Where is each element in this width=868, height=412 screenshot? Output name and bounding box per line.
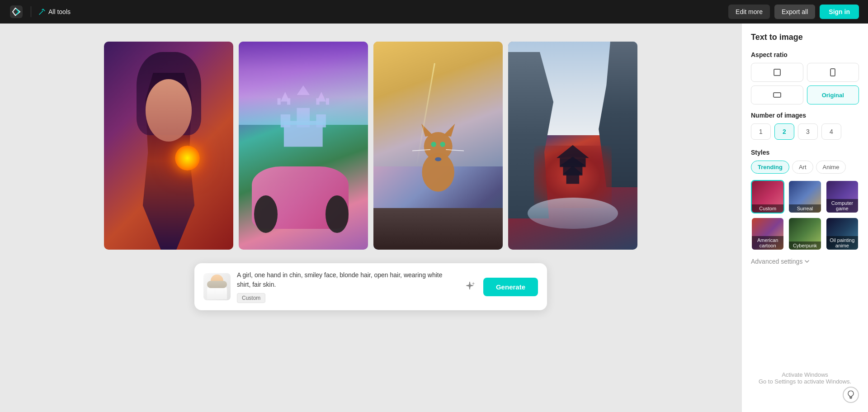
svg-point-17 [431, 142, 436, 147]
sparkle-icon [463, 280, 476, 293]
topnav: All tools Edit more Export all Sign in [0, 0, 868, 24]
svg-point-14 [424, 132, 453, 161]
thumb-inner [203, 273, 231, 300]
aspect-landscape-button[interactable] [751, 85, 803, 104]
image-card-1[interactable] [104, 42, 233, 250]
prompt-text: A girl, one hand in chin, smiley face, b… [237, 270, 454, 289]
image-inner-3 [373, 42, 503, 250]
aspect-square-button[interactable] [751, 63, 803, 82]
style-label-surreal: Surreal [789, 204, 821, 213]
style-card-oil-painting-anime[interactable]: Oil painting anime [826, 217, 859, 251]
num-images-label: Number of images [751, 112, 859, 119]
prompt-custom-tag[interactable]: Custom [237, 293, 265, 303]
svg-marker-25 [557, 145, 589, 158]
right-panel: Text to image Aspect ratio [741, 24, 868, 412]
svg-point-21 [435, 157, 441, 161]
chevron-down-icon [804, 259, 810, 264]
topnav-right: Edit more Export all Sign in [728, 5, 859, 19]
generate-button[interactable]: Generate [483, 278, 538, 296]
aspect-ratio-label: Aspect ratio [751, 51, 859, 58]
cat [412, 94, 464, 218]
thumb-person [206, 275, 228, 299]
advanced-settings-label: Advanced settings [751, 258, 802, 265]
activate-line2: Go to Settings to activate Windows. [742, 378, 868, 385]
face [146, 79, 192, 142]
num-3-button[interactable]: 3 [798, 123, 818, 140]
main-area: A girl, one hand in chin, smiley face, b… [0, 24, 868, 412]
magic-wand-icon [38, 8, 46, 15]
style-label-oil-painting-anime: Oil painting anime [826, 236, 858, 250]
style-card-cyberpunk[interactable]: Cyberpunk [788, 217, 821, 251]
river-mist [528, 198, 618, 229]
landscape-icon [773, 90, 782, 99]
style-label-american-cartoon: American cartoon [752, 236, 783, 250]
style-tab-art[interactable]: Art [792, 161, 813, 174]
prompt-content: A girl, one hand in chin, smiley face, b… [237, 270, 454, 303]
all-tools-label: All tools [48, 8, 71, 15]
image-inner-4 [508, 42, 637, 250]
prompt-thumbnail [203, 273, 231, 300]
car-wheel-left [254, 195, 277, 233]
num-images-group: 1 2 3 4 [751, 123, 859, 140]
svg-point-18 [440, 142, 445, 147]
aspect-ratio-grid: Original [751, 63, 859, 104]
thumb-hair [207, 281, 227, 288]
portrait-icon [828, 68, 837, 77]
topnav-left: All tools [9, 5, 71, 19]
style-grid: Custom Surreal Computer game American ca… [751, 180, 859, 251]
sky [239, 42, 368, 125]
image-inner-2 [239, 42, 368, 250]
image-card-4[interactable] [508, 42, 637, 250]
svg-rect-28 [774, 69, 780, 76]
panel-title: Text to image [751, 33, 859, 42]
car-wheel-right [326, 195, 349, 233]
prompt-actions: Generate [461, 277, 538, 297]
style-tab-anime[interactable]: Anime [816, 161, 846, 174]
activate-line1: Activate Windows [742, 371, 868, 378]
fire-orb [175, 146, 200, 170]
image-card-3[interactable] [373, 42, 503, 250]
magic-enhance-button[interactable] [461, 277, 479, 297]
svg-rect-22 [566, 174, 580, 184]
export-all-button[interactable]: Export all [774, 5, 815, 19]
styles-label: Styles [751, 149, 859, 156]
aspect-original-button[interactable]: Original [807, 85, 859, 104]
nav-divider [31, 6, 31, 17]
svg-rect-29 [830, 69, 835, 76]
prompt-bar: A girl, one hand in chin, smiley face, b… [194, 263, 547, 310]
style-label-custom: Custom [752, 204, 783, 213]
svg-rect-30 [774, 93, 781, 97]
style-card-custom[interactable]: Custom [751, 180, 784, 213]
style-card-computer-game[interactable]: Computer game [826, 180, 859, 213]
pagoda [553, 125, 592, 198]
all-tools-button[interactable]: All tools [38, 8, 71, 15]
edit-more-button[interactable]: Edit more [728, 5, 770, 19]
square-icon [773, 68, 782, 77]
svg-point-1 [43, 9, 44, 10]
style-card-american-cartoon[interactable]: American cartoon [751, 217, 784, 251]
image-card-2[interactable] [239, 42, 368, 250]
style-card-surreal[interactable]: Surreal [788, 180, 821, 213]
style-label-computer-game: Computer game [826, 199, 858, 213]
logo-icon [9, 5, 24, 19]
lightbulb-svg [847, 390, 855, 399]
svg-rect-31 [849, 397, 852, 398]
activate-overlay: Activate Windows Go to Settings to activ… [742, 371, 868, 385]
svg-marker-16 [443, 124, 455, 137]
lightbulb-icon[interactable] [843, 387, 859, 403]
sign-in-button[interactable]: Sign in [820, 5, 859, 19]
num-4-button[interactable]: 4 [821, 123, 841, 140]
rocks [373, 208, 503, 250]
style-tab-trending[interactable]: Trending [751, 161, 789, 174]
svg-rect-0 [10, 5, 23, 18]
num-1-button[interactable]: 1 [751, 123, 771, 140]
image-grid [104, 42, 637, 250]
num-2-button[interactable]: 2 [774, 123, 794, 140]
advanced-settings-button[interactable]: Advanced settings [751, 258, 859, 265]
content-area: A girl, one hand in chin, smiley face, b… [0, 24, 741, 412]
aspect-portrait-button[interactable] [807, 63, 859, 82]
style-label-cyberpunk: Cyberpunk [789, 242, 821, 250]
svg-rect-32 [850, 398, 852, 399]
image-inner-1 [104, 42, 233, 250]
style-tabs: Trending Art Anime [751, 161, 859, 174]
